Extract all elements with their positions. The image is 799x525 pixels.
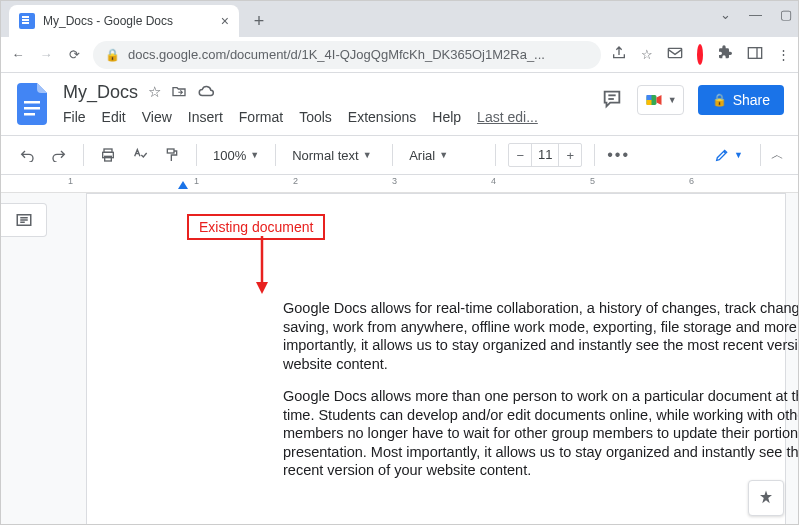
document-body[interactable]: Google Docs allows for real-time collabo… bbox=[283, 299, 798, 494]
maximize-icon[interactable]: ▢ bbox=[780, 7, 792, 22]
toolbar: 100% ▼ Normal text ▼ Arial ▼ − 11 + ••• … bbox=[1, 135, 798, 175]
paragraph: Google Docs allows for real-time collabo… bbox=[283, 299, 798, 373]
cloud-status-icon[interactable] bbox=[197, 84, 215, 101]
svg-marker-20 bbox=[256, 282, 268, 294]
svg-rect-14 bbox=[167, 149, 174, 153]
zoom-value: 100% bbox=[213, 148, 246, 163]
address-bar: ← → ⟳ 🔒 docs.google.com/document/d/1K_4I… bbox=[1, 37, 798, 73]
forward-icon[interactable]: → bbox=[37, 47, 55, 62]
font-size-decrease[interactable]: − bbox=[509, 144, 531, 166]
font-size-increase[interactable]: + bbox=[559, 144, 581, 166]
caret-down-icon: ▼ bbox=[734, 150, 743, 160]
spellcheck-icon[interactable] bbox=[128, 143, 152, 167]
font-size-value[interactable]: 11 bbox=[531, 144, 559, 166]
collapse-toolbar-icon[interactable]: ︿ bbox=[771, 146, 784, 164]
svg-rect-0 bbox=[668, 48, 681, 57]
editing-mode-button[interactable]: ▼ bbox=[707, 143, 750, 167]
back-icon[interactable]: ← bbox=[9, 47, 27, 62]
outline-toggle-icon[interactable] bbox=[1, 203, 47, 237]
docs-header: My_Docs ☆ File Edit View Insert Format T… bbox=[1, 73, 798, 127]
caret-down-icon: ▼ bbox=[668, 95, 677, 105]
svg-rect-1 bbox=[748, 48, 761, 59]
menu-insert[interactable]: Insert bbox=[188, 109, 223, 125]
last-edit-link[interactable]: Last edi... bbox=[477, 109, 538, 125]
menu-format[interactable]: Format bbox=[239, 109, 283, 125]
share-label: Share bbox=[733, 92, 770, 108]
explore-button[interactable] bbox=[748, 480, 784, 516]
style-value: Normal text bbox=[292, 148, 358, 163]
indent-marker-icon[interactable] bbox=[178, 181, 188, 189]
url-input[interactable]: 🔒 docs.google.com/document/d/1K_4I-QJogQ… bbox=[93, 41, 601, 69]
menu-bar: File Edit View Insert Format Tools Exten… bbox=[63, 105, 589, 125]
mail-icon[interactable] bbox=[667, 46, 683, 63]
tab-title: My_Docs - Google Docs bbox=[43, 14, 213, 28]
ruler-num: 1 bbox=[194, 176, 199, 186]
paint-format-icon[interactable] bbox=[160, 143, 184, 167]
meet-icon bbox=[644, 90, 664, 110]
ruler[interactable]: 1 1 2 3 4 5 6 bbox=[1, 175, 798, 193]
annotation-arrow-icon bbox=[247, 236, 277, 296]
ruler-num: 2 bbox=[293, 176, 298, 186]
svg-rect-5 bbox=[24, 113, 35, 116]
comments-icon[interactable] bbox=[601, 88, 623, 113]
document-page[interactable]: Existing document Google Docs allows for… bbox=[86, 193, 786, 525]
toolbar-more-icon[interactable]: ••• bbox=[607, 146, 630, 164]
minimize-icon[interactable]: ― bbox=[749, 7, 762, 22]
browser-tab-strip: My_Docs - Google Docs × + ⌄ ― ▢ bbox=[1, 1, 798, 37]
menu-file[interactable]: File bbox=[63, 109, 86, 125]
extensions-icon[interactable] bbox=[717, 45, 733, 64]
menu-view[interactable]: View bbox=[142, 109, 172, 125]
paragraph: Google Docs allows more than one person … bbox=[283, 387, 798, 480]
redo-icon[interactable] bbox=[47, 144, 71, 166]
url-text: docs.google.com/document/d/1K_4I-QJogQgM… bbox=[128, 47, 589, 62]
menu-tools[interactable]: Tools bbox=[299, 109, 332, 125]
ruler-num: 6 bbox=[689, 176, 694, 186]
menu-extensions[interactable]: Extensions bbox=[348, 109, 416, 125]
browser-tab[interactable]: My_Docs - Google Docs × bbox=[9, 5, 239, 37]
menu-edit[interactable]: Edit bbox=[102, 109, 126, 125]
lock-icon: 🔒 bbox=[105, 48, 120, 62]
star-doc-icon[interactable]: ☆ bbox=[148, 83, 161, 101]
title-area: My_Docs ☆ File Edit View Insert Format T… bbox=[63, 79, 589, 125]
caret-down-icon: ▼ bbox=[439, 150, 448, 160]
menu-dots-icon[interactable]: ⋮ bbox=[777, 47, 790, 62]
font-value: Arial bbox=[409, 148, 435, 163]
lock-icon: 🔒 bbox=[712, 93, 727, 107]
sidepanel-icon[interactable] bbox=[747, 46, 763, 63]
opera-icon[interactable] bbox=[697, 47, 703, 62]
undo-icon[interactable] bbox=[15, 144, 39, 166]
ruler-num: 4 bbox=[491, 176, 496, 186]
annotation-label: Existing document bbox=[199, 219, 313, 235]
addr-actions: ☆ ⋮ bbox=[611, 45, 790, 64]
svg-rect-10 bbox=[646, 100, 651, 105]
print-icon[interactable] bbox=[96, 143, 120, 167]
window-controls: ⌄ ― ▢ bbox=[720, 7, 792, 22]
caret-down-icon: ▼ bbox=[250, 150, 259, 160]
style-dropdown[interactable]: Normal text ▼ bbox=[288, 148, 380, 163]
docs-favicon bbox=[19, 13, 35, 29]
menu-help[interactable]: Help bbox=[432, 109, 461, 125]
svg-rect-3 bbox=[24, 101, 40, 104]
ruler-num: 3 bbox=[392, 176, 397, 186]
docs-logo[interactable] bbox=[15, 81, 51, 127]
star-icon[interactable]: ☆ bbox=[641, 47, 653, 62]
svg-rect-4 bbox=[24, 107, 40, 110]
close-tab-icon[interactable]: × bbox=[221, 13, 229, 29]
share-url-icon[interactable] bbox=[611, 45, 627, 64]
new-tab-button[interactable]: + bbox=[245, 7, 273, 35]
svg-rect-9 bbox=[646, 95, 651, 100]
header-actions: ▼ 🔒 Share bbox=[601, 85, 784, 115]
font-dropdown[interactable]: Arial ▼ bbox=[405, 148, 483, 163]
ruler-num: 5 bbox=[590, 176, 595, 186]
move-doc-icon[interactable] bbox=[171, 84, 187, 101]
share-button[interactable]: 🔒 Share bbox=[698, 85, 784, 115]
doc-title[interactable]: My_Docs bbox=[63, 82, 138, 103]
document-area: Existing document Google Docs allows for… bbox=[1, 193, 798, 525]
caret-down-icon: ▼ bbox=[363, 150, 372, 160]
ruler-num: 1 bbox=[68, 176, 73, 186]
caret-down-icon[interactable]: ⌄ bbox=[720, 7, 731, 22]
meet-button[interactable]: ▼ bbox=[637, 85, 684, 115]
font-size-control: − 11 + bbox=[508, 143, 582, 167]
reload-icon[interactable]: ⟳ bbox=[65, 47, 83, 62]
zoom-dropdown[interactable]: 100% ▼ bbox=[209, 148, 263, 163]
